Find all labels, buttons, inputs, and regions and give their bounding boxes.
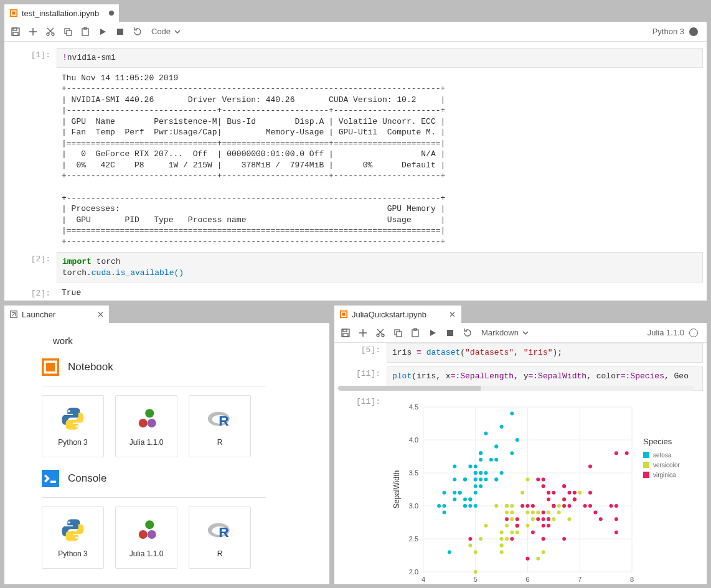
save-button[interactable] xyxy=(338,325,353,340)
cut-button[interactable] xyxy=(373,325,388,340)
code-cell[interactable]: [11]: plot(iris, x=:SepalLength, y=:Sepa… xyxy=(338,366,703,391)
svg-point-24 xyxy=(139,419,148,427)
svg-point-83 xyxy=(453,497,456,501)
horizontal-scrollbar[interactable] xyxy=(387,386,694,391)
svg-point-186 xyxy=(468,537,472,541)
tab-test-installation[interactable]: test_installation.ipynb xyxy=(4,4,120,22)
copy-button[interactable] xyxy=(60,24,75,39)
tab-title: test_installation.ipynb xyxy=(22,9,99,18)
tab-launcher[interactable]: Launcher ✕ xyxy=(4,306,110,323)
cell-type-selector[interactable]: Code xyxy=(148,27,184,36)
svg-point-191 xyxy=(547,524,550,528)
svg-point-113 xyxy=(500,425,504,429)
svg-rect-40 xyxy=(342,312,345,315)
svg-point-226 xyxy=(542,537,545,541)
close-icon[interactable]: ✕ xyxy=(97,310,104,318)
svg-point-138 xyxy=(557,511,561,515)
svg-point-95 xyxy=(510,412,514,416)
svg-text:virginica: virginica xyxy=(653,472,676,478)
svg-point-175 xyxy=(510,504,514,508)
code-input[interactable]: plot(iris, x=:SepalLength, y=:SepalWidth… xyxy=(387,366,703,391)
kernel-status-icon xyxy=(689,329,698,337)
cut-button[interactable] xyxy=(43,24,58,39)
insert-cell-button[interactable] xyxy=(26,24,40,39)
tab-bar: Launcher ✕ xyxy=(4,306,329,323)
code-cell[interactable]: [5]: iris = dataset("datasets", "iris"); xyxy=(338,343,703,363)
svg-point-104 xyxy=(463,478,467,482)
notebook-body[interactable]: [5]: iris = dataset("datasets", "iris");… xyxy=(334,343,707,584)
close-icon[interactable]: ✕ xyxy=(449,310,456,318)
breadcrumb[interactable]: work xyxy=(53,335,317,346)
svg-point-81 xyxy=(468,504,472,508)
svg-rect-4 xyxy=(13,32,18,35)
run-button[interactable] xyxy=(425,325,440,340)
card-r-console[interactable]: R R xyxy=(189,506,251,569)
svg-point-197 xyxy=(614,451,618,455)
svg-point-134 xyxy=(552,517,555,521)
notebook-icon xyxy=(339,310,348,319)
prompt: [5]: xyxy=(338,343,387,363)
run-button[interactable] xyxy=(95,24,110,39)
toolbar: Markdown Julia 1.1.0 xyxy=(334,323,707,343)
tab-julia-quickstart[interactable]: JuliaQuickstart.ipynb ✕ xyxy=(334,306,462,323)
copy-button[interactable] xyxy=(390,325,405,340)
svg-point-8 xyxy=(52,33,54,35)
insert-cell-button[interactable] xyxy=(356,325,370,340)
svg-point-119 xyxy=(479,478,483,482)
svg-text:3.0: 3.0 xyxy=(409,502,418,510)
svg-point-192 xyxy=(568,504,572,508)
svg-point-98 xyxy=(510,451,514,455)
svg-point-161 xyxy=(500,544,504,548)
stop-button[interactable] xyxy=(443,325,458,340)
svg-point-121 xyxy=(448,550,451,554)
svg-point-199 xyxy=(526,557,530,561)
code-cell[interactable]: [2]: import torch torch.cuda.is_availabl… xyxy=(8,252,703,282)
card-python3-console[interactable]: Python 3 xyxy=(42,506,104,569)
cell-type-selector[interactable]: Markdown xyxy=(478,328,532,337)
chevron-down-icon xyxy=(174,29,181,35)
svg-point-158 xyxy=(526,511,530,515)
svg-point-168 xyxy=(505,504,509,508)
paste-button[interactable] xyxy=(408,325,423,340)
svg-point-86 xyxy=(453,478,456,482)
svg-text:SepalWidth: SepalWidth xyxy=(392,470,401,508)
paste-button[interactable] xyxy=(78,24,93,39)
svg-point-153 xyxy=(531,517,535,521)
code-input[interactable]: iris = dataset("datasets", "iris"); xyxy=(387,343,703,363)
notebook-icon xyxy=(9,9,18,17)
svg-line-18 xyxy=(12,312,15,315)
svg-text:2.0: 2.0 xyxy=(409,568,418,576)
code-input[interactable]: !nvidia-smi xyxy=(57,48,703,68)
card-julia-console[interactable]: Julia 1.1.0 xyxy=(115,506,177,569)
console-icon xyxy=(42,470,59,487)
notebook-body[interactable]: [1]: !nvidia-smi Thu Nov 14 11:05:20 201… xyxy=(4,42,707,301)
svg-point-35 xyxy=(148,530,156,539)
svg-point-22 xyxy=(75,426,78,428)
card-julia-notebook[interactable]: Julia 1.1.0 xyxy=(115,395,177,457)
svg-point-112 xyxy=(484,431,488,435)
svg-point-139 xyxy=(484,524,488,528)
svg-point-214 xyxy=(531,530,535,534)
kernel-indicator[interactable]: Julia 1.1.0 xyxy=(647,328,703,337)
svg-point-223 xyxy=(568,491,572,495)
svg-text:7: 7 xyxy=(578,576,582,583)
svg-point-150 xyxy=(520,491,524,495)
svg-point-206 xyxy=(536,517,540,521)
svg-point-111 xyxy=(494,478,498,482)
svg-point-133 xyxy=(500,550,504,554)
svg-point-159 xyxy=(510,530,514,534)
svg-point-117 xyxy=(468,464,472,468)
card-r-notebook[interactable]: R R xyxy=(189,395,251,457)
svg-rect-233 xyxy=(643,462,649,468)
svg-point-218 xyxy=(526,504,530,508)
restart-button[interactable] xyxy=(130,24,145,39)
output-cell: [2]: True xyxy=(8,286,703,300)
card-python3-notebook[interactable]: Python 3 xyxy=(42,395,104,457)
kernel-indicator[interactable]: Python 3 xyxy=(652,27,703,36)
save-button[interactable] xyxy=(8,24,23,39)
code-input[interactable]: import torch torch.cuda.is_available() xyxy=(57,252,703,282)
restart-button[interactable] xyxy=(460,325,475,340)
r-icon: R xyxy=(207,406,233,432)
code-cell[interactable]: [1]: !nvidia-smi xyxy=(8,48,703,68)
stop-button[interactable] xyxy=(113,24,128,39)
